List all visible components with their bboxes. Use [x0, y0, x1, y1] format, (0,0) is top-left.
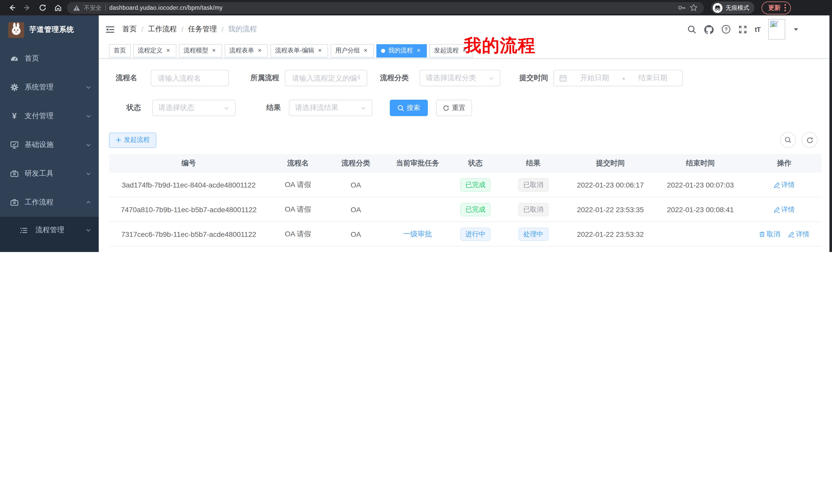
sidebar-item-label: 研发工具 — [25, 169, 53, 178]
tab-process-definition[interactable]: 流程定义× — [133, 44, 176, 57]
toolbox-icon — [10, 170, 19, 178]
tab-process-model[interactable]: 流程模型× — [179, 44, 222, 57]
help-icon[interactable]: ? — [721, 25, 730, 34]
app-logo-row[interactable]: 芋道管理系统 — [0, 16, 99, 44]
sidebar-item-system[interactable]: 系统管理 — [0, 73, 99, 102]
process-category: OA — [351, 180, 361, 189]
browser-forward-button[interactable] — [21, 1, 34, 15]
date-start[interactable]: 开始日期 — [571, 74, 618, 83]
bookmark-star-icon[interactable] — [690, 4, 698, 12]
start-process-button[interactable]: 发起流程 — [109, 132, 156, 148]
browser-back-button[interactable] — [5, 1, 19, 15]
incognito-icon — [713, 3, 723, 12]
chevron-down-icon — [85, 171, 92, 177]
header-search-icon[interactable] — [687, 25, 696, 34]
sidebar-item-payment[interactable]: ¥ 支付管理 — [0, 102, 99, 131]
tab-my-process[interactable]: 我的流程× — [376, 44, 427, 57]
browser-reload-button[interactable] — [36, 1, 49, 15]
detail-link[interactable]: 详情 — [774, 180, 795, 189]
process-name-field[interactable] — [157, 74, 223, 83]
process-category: OA — [351, 205, 361, 214]
fullscreen-icon[interactable] — [738, 25, 747, 34]
sidebar-item-process-management[interactable]: 流程管理 — [0, 217, 99, 244]
chevron-down-icon — [489, 75, 494, 81]
result-badge: 已取消 — [518, 203, 548, 216]
close-icon[interactable]: × — [210, 47, 217, 54]
avatar[interactable] — [768, 19, 785, 39]
status-badge: 已完成 — [460, 178, 491, 191]
browser-home-button[interactable] — [51, 1, 65, 15]
sidebar-item-home[interactable]: 首页 — [0, 44, 99, 73]
sidebar-item-task-management[interactable]: 任务管理 — [0, 244, 99, 252]
end-time: 2022-01-23 00:07:03 — [667, 180, 734, 189]
home-icon — [54, 4, 62, 12]
security-label: 不安全 — [84, 4, 102, 11]
process-name-input[interactable] — [151, 70, 229, 86]
toolbox-icon — [10, 198, 19, 206]
sidebar-collapse-button[interactable] — [105, 25, 115, 34]
process-name-label: 流程名 — [116, 74, 137, 83]
process-definition-input[interactable] — [285, 70, 367, 86]
edit-icon — [774, 206, 780, 213]
sidebar-item-infrastructure[interactable]: 基础设施 — [0, 131, 99, 159]
incognito-label: 无痕模式 — [726, 4, 749, 11]
process-table: 编号 流程名 流程分类 当前审批任务 状态 结果 提交时间 结束时间 操作 — [109, 154, 822, 252]
close-icon[interactable]: × — [415, 47, 422, 54]
page-content: 流程名 所属流程 流程分类 请选择流程分类 提交时间 — [99, 59, 832, 252]
date-end[interactable]: 结束日期 — [629, 74, 677, 83]
chevron-down-icon — [85, 113, 92, 119]
tab-user-group[interactable]: 用户分组× — [331, 44, 374, 57]
address-bar[interactable]: 不安全 dashboard.yudao.iocoder.cn/bpm/task/… — [67, 2, 704, 13]
table-refresh-button[interactable] — [802, 132, 817, 148]
avatar-dropdown-caret[interactable] — [794, 28, 798, 31]
breadcrumb-task-management[interactable]: 任务管理 — [188, 25, 217, 34]
close-icon[interactable]: × — [316, 47, 323, 54]
tab-home[interactable]: 首页 — [109, 44, 131, 57]
detail-link[interactable]: 详情 — [774, 205, 795, 214]
sidebar-item-workflow[interactable]: 工作流程 — [0, 188, 99, 217]
plus-icon — [116, 137, 121, 143]
sidebar-item-devtools[interactable]: 研发工具 — [0, 159, 99, 188]
browser-scrollbar[interactable] — [829, 16, 832, 252]
process-category: OA — [351, 230, 361, 238]
category-select[interactable]: 请选择流程分类 — [420, 70, 500, 86]
browser-update-button[interactable]: 更新 — [761, 1, 791, 14]
password-key-icon[interactable] — [678, 4, 686, 11]
table-row: 7317cec6-7b9b-11ec-b5b7-acde48001122 OA … — [109, 222, 822, 246]
process-name: OA 请假 — [285, 229, 311, 237]
status-select[interactable]: 请选择状态 — [152, 100, 235, 116]
process-definition-field[interactable] — [291, 74, 361, 83]
broken-image-icon — [770, 21, 779, 28]
close-icon[interactable]: × — [164, 47, 172, 54]
submit-time-range-picker[interactable]: 开始日期 - 结束日期 — [553, 70, 683, 86]
font-size-icon[interactable]: tT — [755, 25, 760, 33]
reset-button[interactable]: 重置 — [436, 100, 472, 116]
close-icon[interactable]: × — [256, 47, 263, 54]
table-search-button[interactable] — [780, 132, 796, 148]
breadcrumb-workflow[interactable]: 工作流程 — [148, 25, 177, 34]
result-select[interactable]: 请选择流结果 — [289, 100, 372, 116]
breadcrumb-home[interactable]: 首页 — [122, 25, 137, 34]
close-icon[interactable]: × — [362, 47, 369, 54]
github-icon[interactable] — [704, 24, 713, 34]
sidebar-item-label: 首页 — [25, 54, 39, 63]
tab-process-form-edit[interactable]: 流程表单-编辑× — [270, 44, 328, 57]
date-separator: - — [622, 74, 625, 82]
list-icon — [20, 226, 28, 234]
edit-icon — [788, 231, 795, 237]
search-button[interactable]: 搜索 — [390, 100, 428, 116]
browser-menu-icon[interactable] — [784, 4, 786, 12]
chevron-up-icon — [85, 199, 92, 205]
reload-icon — [38, 4, 47, 12]
dashboard-icon — [10, 54, 19, 63]
table-row: 3ad174fb-7b9d-11ec-8404-acde48001122 OA … — [109, 173, 822, 197]
chevron-down-icon — [224, 105, 229, 111]
monitor-icon — [10, 141, 19, 149]
incognito-badge: 无痕模式 — [711, 2, 754, 14]
sidebar-item-label: 支付管理 — [25, 111, 53, 121]
detail-link[interactable]: 详情 — [788, 229, 809, 239]
col-current-task: 当前审批任务 — [384, 154, 451, 173]
cancel-link[interactable]: 取消 — [759, 229, 780, 239]
tab-process-form[interactable]: 流程表单× — [225, 44, 268, 57]
current-task-link[interactable]: 一级审批 — [403, 229, 432, 237]
